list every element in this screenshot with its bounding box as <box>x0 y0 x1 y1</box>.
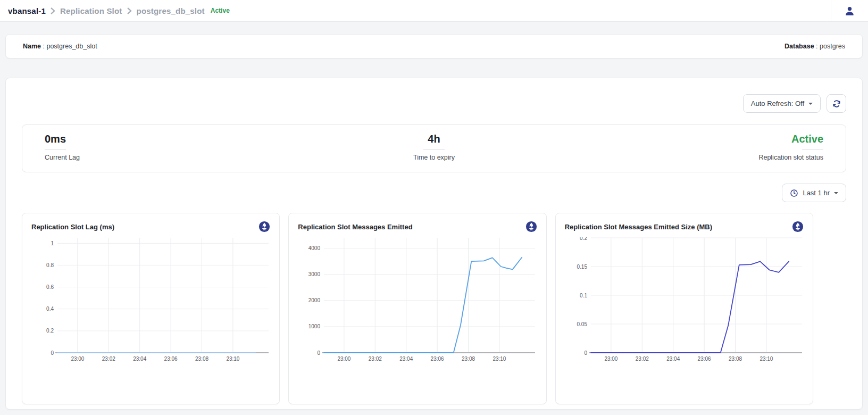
svg-text:23:04: 23:04 <box>400 356 413 362</box>
svg-text:1: 1 <box>51 240 54 246</box>
svg-text:23:10: 23:10 <box>760 356 773 362</box>
svg-text:23:06: 23:06 <box>164 356 178 362</box>
slot-summary-stats: 0ms Current Lag 4h Time to expiry Active… <box>22 124 846 172</box>
slot-database-label: Database <box>784 43 814 50</box>
slot-database-value: postgres <box>820 43 845 50</box>
svg-text:23:00: 23:00 <box>338 356 351 362</box>
breadcrumb-universe-link[interactable]: vbansal-1 <box>8 6 46 15</box>
svg-text:0.1: 0.1 <box>580 293 587 298</box>
svg-text:0.4: 0.4 <box>46 306 54 312</box>
stat-replication-slot-status: Active Replication slot status <box>564 133 846 164</box>
metrics-toolbar: Auto Refresh: Off <box>22 94 846 113</box>
svg-text:0.8: 0.8 <box>46 262 54 268</box>
svg-text:1000: 1000 <box>308 323 321 329</box>
line-chart-replication-slot-lag[interactable]: 23:0023:0223:0423:0623:0823:1000.20.40.6… <box>28 237 274 370</box>
svg-text:23:06: 23:06 <box>431 356 444 362</box>
breadcrumb: vbansal-1 Replication Slot postgres_db_s… <box>0 6 230 15</box>
svg-text:0.6: 0.6 <box>46 284 54 290</box>
stat-label: Replication slot status <box>564 154 823 161</box>
time-range-label: Last 1 hr <box>803 189 830 197</box>
chart-header: Replication Slot Messages Emitted <box>295 221 540 233</box>
slot-name-value: postgres_db_slot <box>46 43 97 50</box>
svg-text:0.2: 0.2 <box>46 328 54 334</box>
slot-name-field: Name : postgres_db_slot <box>23 43 97 50</box>
svg-text:23:00: 23:00 <box>71 356 84 362</box>
auto-refresh-dropdown[interactable]: Auto Refresh: Off <box>743 94 821 113</box>
time-range-row: Last 1 hr <box>22 184 846 202</box>
charts-grid: Replication Slot Lag (ms) 23:0023:0223:0… <box>22 213 813 404</box>
svg-text:23:08: 23:08 <box>195 356 208 362</box>
svg-text:23:02: 23:02 <box>369 356 382 362</box>
chart-replication-slot-lag: Replication Slot Lag (ms) 23:0023:0223:0… <box>22 213 280 404</box>
svg-text:0: 0 <box>318 350 321 356</box>
stat-value: 4h <box>304 133 564 145</box>
auto-refresh-label: Auto Refresh: Off <box>751 99 804 107</box>
chevron-down-icon <box>808 103 813 107</box>
breadcrumb-slot-name: postgres_db_slot <box>137 6 205 15</box>
chart-messages-emitted-size: Replication Slot Messages Emitted Size (… <box>555 213 813 404</box>
chart-header: Replication Slot Lag (ms) <box>28 221 273 233</box>
chart-title: Replication Slot Messages Emitted Size (… <box>565 223 712 231</box>
svg-text:23:02: 23:02 <box>635 356 648 362</box>
svg-text:23:00: 23:00 <box>604 356 617 362</box>
svg-text:23:10: 23:10 <box>226 356 239 362</box>
chart-title: Replication Slot Lag (ms) <box>31 223 114 231</box>
svg-text:0: 0 <box>51 350 54 356</box>
chart-title: Replication Slot Messages Emitted <box>298 223 412 231</box>
user-menu-button[interactable] <box>844 5 855 16</box>
prometheus-metrics-icon[interactable] <box>792 221 804 233</box>
chart-header: Replication Slot Messages Emitted Size (… <box>562 221 807 233</box>
svg-text:2000: 2000 <box>308 297 321 303</box>
refresh-icon <box>832 99 841 108</box>
stat-value: Active <box>564 133 823 145</box>
stat-time-to-expiry: 4h Time to expiry <box>304 133 564 164</box>
slot-database-field: Database : postgres <box>784 43 845 50</box>
line-chart-messages-emitted[interactable]: 23:0023:0223:0423:0623:0823:100100020003… <box>295 237 540 370</box>
stat-label: Current Lag <box>45 154 304 161</box>
svg-text:3000: 3000 <box>308 271 321 277</box>
topbar-user-area <box>831 0 868 21</box>
user-icon <box>844 5 855 16</box>
svg-text:23:04: 23:04 <box>666 356 680 362</box>
divider <box>802 150 823 150</box>
divider <box>45 150 66 150</box>
chevron-down-icon <box>834 192 838 196</box>
chart-messages-emitted: Replication Slot Messages Emitted 23:002… <box>288 213 546 404</box>
svg-text:0.05: 0.05 <box>577 321 587 327</box>
svg-text:23:02: 23:02 <box>102 356 115 362</box>
svg-text:0: 0 <box>584 350 587 356</box>
refresh-button[interactable] <box>827 94 846 113</box>
svg-text:23:10: 23:10 <box>493 356 506 362</box>
slot-name-label: Name <box>23 43 41 50</box>
stat-value: 0ms <box>45 133 304 145</box>
line-chart-messages-emitted-size[interactable]: 23:0023:0223:0423:0623:0823:1000.050.10.… <box>562 237 807 370</box>
chevron-right-icon <box>127 7 132 14</box>
svg-text:23:08: 23:08 <box>462 356 475 362</box>
top-bar: vbansal-1 Replication Slot postgres_db_s… <box>0 0 868 22</box>
svg-text:4000: 4000 <box>308 245 321 251</box>
prometheus-metrics-icon[interactable] <box>525 221 537 233</box>
divider <box>423 150 445 150</box>
svg-text:0.15: 0.15 <box>577 264 587 270</box>
svg-text:23:08: 23:08 <box>729 356 742 362</box>
slot-status-badge: Active <box>211 7 230 14</box>
slot-info-bar: Name : postgres_db_slot Database : postg… <box>5 34 863 59</box>
metrics-panel: Auto Refresh: Off 0ms Current Lag 4h Tim… <box>5 78 863 410</box>
svg-text:23:06: 23:06 <box>697 356 711 362</box>
svg-text:23:04: 23:04 <box>133 356 146 362</box>
chevron-right-icon <box>51 7 55 14</box>
clock-icon <box>790 189 798 197</box>
prometheus-metrics-icon[interactable] <box>258 221 270 233</box>
time-range-dropdown[interactable]: Last 1 hr <box>782 184 846 202</box>
stat-current-lag: 0ms Current Lag <box>22 133 304 164</box>
stat-label: Time to expiry <box>304 154 564 161</box>
svg-text:0.2: 0.2 <box>580 237 587 241</box>
breadcrumb-section: Replication Slot <box>60 6 122 15</box>
